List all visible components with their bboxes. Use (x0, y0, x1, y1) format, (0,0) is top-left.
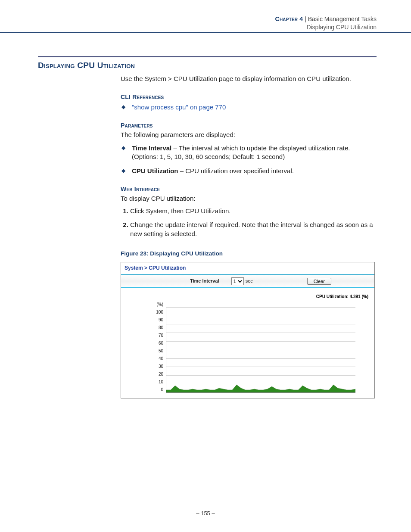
web-heading: Web Interface (121, 185, 377, 193)
y-tick: 40 (159, 355, 163, 363)
interval-label: Time Interval (190, 278, 219, 284)
y-tick: 50 (159, 347, 163, 355)
section-title: Displaying CPU Utilization (38, 61, 377, 70)
running-header: Chapter 4 | Basic Management Tasks Displ… (0, 0, 411, 33)
y-tick: 90 (159, 316, 163, 324)
area-series (166, 308, 355, 392)
chapter-label: Chapter 4 (275, 16, 303, 22)
chapter-title: Basic Management Tasks (308, 16, 377, 22)
step-item: Change the update interval if required. … (130, 221, 377, 238)
interval-select[interactable]: 1 (231, 277, 244, 285)
figure-breadcrumb: System > CPU Utilization (121, 262, 374, 274)
y-axis-unit: (%) (156, 302, 163, 308)
parameters-heading: Parameters (121, 121, 377, 130)
header-separator: | (303, 16, 308, 22)
figure-caption: Figure 23: Displaying CPU Utilization (121, 250, 377, 258)
plot-area (166, 308, 355, 393)
cli-ref-item: "show process cpu" on page 770 (121, 103, 377, 112)
section-rule (38, 56, 377, 57)
cli-ref-link[interactable]: "show process cpu" on page 770 (132, 103, 226, 111)
cli-heading: CLI References (121, 93, 377, 101)
figure-screenshot: System > CPU Utilization Time Interval 1… (121, 262, 375, 398)
interval-unit: sec (246, 278, 253, 284)
param-name: CPU Utilization (132, 167, 178, 174)
y-tick: 10 (159, 378, 163, 386)
y-axis: (%) 100 90 80 70 60 50 40 30 20 10 0 (125, 302, 166, 394)
figure-toolbar: Time Interval 1 sec Clear (121, 274, 374, 288)
y-tick: 30 (159, 363, 163, 370)
header-subtitle: Displaying CPU Utilization (34, 24, 377, 31)
svg-marker-0 (166, 385, 355, 392)
cpu-reading: CPU Utilization: 4.391 (%) (316, 294, 368, 300)
web-lead: To display CPU utilization: (121, 194, 377, 203)
y-tick: 80 (159, 324, 163, 332)
param-name: Time Interval (132, 144, 171, 152)
page-number: – 155 – (0, 510, 411, 516)
y-tick: 100 (156, 308, 163, 316)
param-item: CPU Utilization – CPU utilization over s… (121, 167, 377, 176)
y-tick: 20 (159, 370, 163, 378)
y-tick: 60 (159, 339, 163, 347)
intro-paragraph: Use the System > CPU Utilization page to… (121, 75, 377, 84)
clear-button[interactable]: Clear (307, 278, 331, 285)
step-item: Click System, then CPU Utilization. (130, 207, 377, 216)
y-tick: 70 (159, 332, 163, 339)
y-tick: 0 (161, 386, 163, 394)
parameters-lead: The following parameters are displayed: (121, 131, 377, 140)
param-desc: – CPU utilization over specified interva… (178, 167, 294, 174)
cpu-chart: (%) 100 90 80 70 60 50 40 30 20 10 0 (125, 302, 368, 394)
param-item: Time Interval – The interval at which to… (121, 144, 377, 162)
